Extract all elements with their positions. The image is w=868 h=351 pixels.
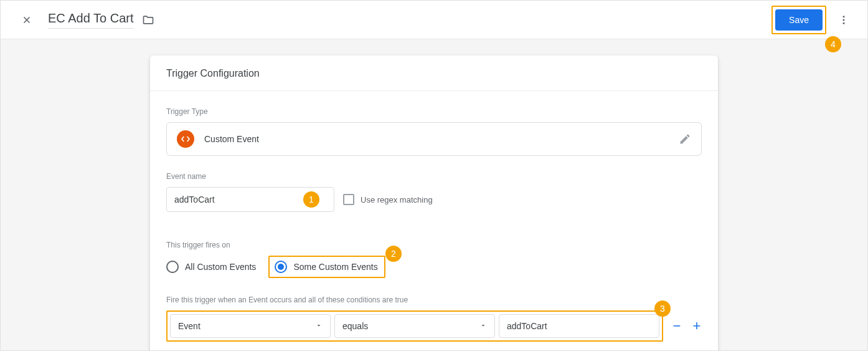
chevron-down-icon (479, 321, 487, 331)
top-bar: EC Add To Cart Save (1, 1, 867, 39)
radio-selected-icon (275, 261, 287, 273)
trigger-type-name: Custom Event (204, 134, 669, 144)
condition-label: Fire this trigger when an Event occurs a… (166, 296, 702, 304)
some-events-highlight: Some Custom Events (268, 256, 385, 278)
regex-label: Use regex matching (361, 195, 433, 204)
radio-unselected-icon (166, 261, 179, 273)
chevron-down-icon (315, 321, 323, 331)
content-area: Trigger Configuration Trigger Type Custo… (1, 39, 867, 350)
radio-some-events[interactable]: Some Custom Events (275, 261, 377, 273)
radio-all-events[interactable]: All Custom Events (166, 261, 256, 273)
annotation-badge-2: 2 (385, 246, 402, 262)
trigger-title[interactable]: EC Add To Cart (48, 11, 133, 29)
remove-condition-button[interactable]: − (672, 318, 682, 334)
add-condition-button[interactable]: + (692, 318, 702, 334)
edit-type-button[interactable] (679, 133, 691, 145)
more-menu-button[interactable] (831, 7, 856, 32)
more-vert-icon (838, 14, 849, 26)
svg-point-2 (843, 22, 845, 24)
custom-event-icon (177, 130, 194, 148)
annotation-badge-3: 3 (654, 301, 671, 317)
svg-point-0 (843, 16, 845, 17)
annotation-badge-1: 1 (303, 191, 319, 208)
card-title: Trigger Configuration (150, 55, 718, 91)
save-button[interactable]: Save (775, 9, 823, 31)
annotation-badge-4: 4 (825, 36, 841, 52)
close-button[interactable] (14, 7, 39, 32)
condition-operator-select[interactable]: equals (334, 314, 495, 338)
trigger-type-label: Trigger Type (166, 107, 702, 116)
pencil-icon (679, 133, 691, 145)
regex-checkbox[interactable] (343, 194, 354, 205)
condition-value-input[interactable] (499, 314, 659, 338)
save-highlight: Save (771, 6, 826, 34)
condition-variable-select[interactable]: Event (170, 314, 331, 338)
fires-on-label: This trigger fires on (166, 241, 702, 249)
trigger-type-row[interactable]: Custom Event (166, 122, 702, 156)
close-icon (21, 14, 32, 26)
trigger-config-card: Trigger Configuration Trigger Type Custo… (150, 55, 718, 351)
svg-point-1 (843, 19, 845, 21)
condition-highlight: Event equals (166, 310, 663, 342)
folder-icon[interactable] (142, 14, 154, 26)
event-name-label: Event name (166, 172, 702, 181)
